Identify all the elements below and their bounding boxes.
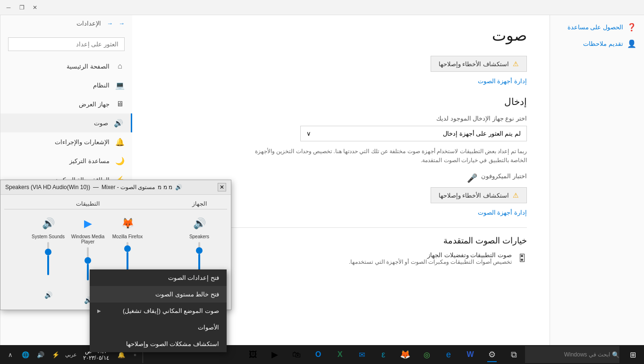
taskbar-excel[interactable]: X — [330, 346, 350, 363]
taskbar-edge-search[interactable]: e — [438, 346, 459, 363]
close-button[interactable]: ✕ — [30, 3, 40, 12]
minimize-button[interactable]: ─ — [4, 3, 13, 12]
context-item-troubleshoot-label: استكشاف مشكلات الصوت وإصلاحها — [126, 340, 219, 347]
get-help-link[interactable]: الحصول على مساعدة — [568, 24, 623, 31]
sidebar-item-sound[interactable]: 🔊 صوت — [0, 113, 132, 132]
wmp-slider-container — [87, 247, 89, 295]
mixer-speaker-icon: 🔊 — [175, 184, 182, 191]
choose-input-label: اختر نوع جهاز الإدخال الموجود لديك — [155, 115, 527, 122]
sidebar-item-sound-label: صوت — [94, 120, 108, 127]
wmp-slider-track — [87, 247, 89, 280]
display-icon: 🖥 — [115, 99, 125, 109]
mixer-close-button[interactable]: ✕ — [218, 183, 226, 191]
systemsounds-app-icon: 🔊 — [40, 215, 57, 232]
context-menu-item-sounds[interactable]: الأصوات — [90, 319, 227, 336]
page-title: صوت — [155, 26, 527, 44]
input-troubleshoot-button[interactable]: ⚠ استكشاف الأخطاء وإصلاحها — [431, 187, 527, 203]
back-arrow-icon: → — [119, 20, 125, 27]
context-menu-item-troubleshoot[interactable]: استكشاف مشكلات الصوت وإصلاحها — [90, 336, 227, 352]
output-troubleshoot-button[interactable]: ⚠ استكشاف الأخطاء وإصلاحها — [431, 56, 527, 72]
taskbar-firefox[interactable]: 🦊 — [395, 346, 415, 363]
tray-volume[interactable]: 🔊 — [34, 346, 47, 363]
mixer-device-title: الجهاز — [171, 199, 227, 209]
sidebar-item-home-label: الصفحة الرئيسية — [67, 63, 110, 70]
taskbar-media[interactable]: ▶ — [264, 346, 285, 363]
home-icon: ⌂ — [115, 61, 125, 71]
settings-icon: ⚙ — [488, 349, 496, 360]
taskbar-settings[interactable]: ⚙ — [482, 346, 502, 363]
taskbar-word[interactable]: W — [460, 346, 481, 363]
systemsounds-volume-icon: 🔊 — [44, 291, 52, 299]
test-mic-label: اختبار الميكروفون — [481, 173, 527, 180]
mixer-title-bar: ✕ 🔊 מ מ מ مستوى الصوت - Mixer — Speakers… — [0, 180, 231, 195]
input-device-dropdown[interactable]: لم يتم العثور على أجهزة إدخال ∨ — [300, 126, 527, 141]
speakers-app-icon: 🔊 — [191, 215, 208, 232]
taskbar-edge[interactable]: ε — [373, 346, 394, 363]
maximize-button[interactable]: ❐ — [17, 3, 26, 12]
firefox-app-icon: 🦊 — [119, 215, 136, 232]
input-section-title: إدخال — [155, 96, 527, 107]
feedback-link[interactable]: تقديم ملاحظات — [583, 40, 623, 47]
output-manage-link[interactable]: إدارة أجهزة الصوت — [155, 78, 527, 85]
context-menu-item-spatial[interactable]: صوت الموضع المكاني (إيقاف تشغيل) ▶ — [90, 303, 227, 319]
context-menu-item-open-mixer[interactable]: فتح خالط مستوى الصوت — [90, 286, 227, 303]
systemsounds-slider-container — [47, 242, 49, 289]
taskbar-photos[interactable]: 🖼 — [243, 346, 263, 363]
feedback-item[interactable]: 👤 تقديم ملاحظات — [558, 39, 636, 48]
start-button[interactable]: ⊞ — [621, 345, 644, 364]
mixer-device-label: Speakers (VIA HD Audio(Win 10)) — [5, 184, 90, 191]
notifications-icon: 🔔 — [115, 137, 125, 147]
taskbar-store[interactable]: 🛍 — [286, 346, 307, 363]
tray-keyboard[interactable]: عربي — [64, 346, 77, 363]
taskbar-outlook[interactable]: O — [308, 346, 329, 363]
edge-search-icon: e — [446, 350, 451, 360]
wmp-app-label: Windows MediaPlayer — [71, 234, 105, 244]
tray-network[interactable]: 🌐 — [19, 346, 32, 363]
submenu-arrow-icon: ▶ — [97, 308, 101, 313]
systemsounds-slider-thumb — [45, 249, 51, 255]
context-item-open-mixer-label: فتح خالط مستوى الصوت — [155, 291, 219, 298]
sidebar-item-display[interactable]: 🖥 جهاز العرض — [0, 95, 132, 113]
wmp-app-icon: ▶ — [79, 215, 96, 232]
media-icon: ▶ — [271, 349, 278, 360]
input-info-text: ربما تم إعداد بعض التطبيقات لاستخدام أجه… — [244, 147, 527, 165]
systemsounds-slider-fill — [47, 255, 49, 275]
systemsounds-app-label: System Sounds — [32, 234, 65, 239]
firefox-app-label: Mozilla Firefox — [112, 234, 143, 239]
tray-expand[interactable]: ∧ — [4, 346, 17, 363]
system-icon: 💻 — [115, 80, 125, 90]
word-icon: W — [466, 350, 474, 359]
settings-back-label: الإعدادات — [76, 20, 101, 27]
context-item-spatial-label: صوت الموضع المكاني (إيقاف تشغيل) — [123, 307, 219, 314]
taskbar-taskview[interactable]: ⧉ — [503, 346, 524, 363]
chrome-icon: ◎ — [424, 350, 430, 359]
outlook-icon: O — [315, 350, 321, 359]
taskbar-chrome[interactable]: ◎ — [416, 346, 437, 363]
sidebar-item-system[interactable]: 💻 النظام — [0, 76, 132, 95]
warning-icon-input: ⚠ — [513, 191, 519, 199]
firefox-slider-thumb — [124, 245, 131, 252]
sidebar-item-notifications-label: الإشعارات والإجراءات — [55, 139, 110, 146]
mixer-title-main: مستوى الصوت - Mixer — [102, 184, 155, 191]
speakers-app-label: Speakers — [189, 234, 209, 239]
sidebar-item-focus[interactable]: 🌙 مساعدة التركيز — [0, 151, 132, 170]
focus-icon: 🌙 — [115, 156, 125, 165]
taskbar-search[interactable]: 🔍 ابحث في Windows — [525, 346, 619, 363]
taskview-icon: ⧉ — [511, 350, 517, 360]
taskbar-mail[interactable]: ✉ — [351, 346, 372, 363]
sidebar-item-notifications[interactable]: 🔔 الإشعارات والإجراءات — [0, 132, 132, 151]
feedback-icon: 👤 — [627, 39, 636, 48]
sidebar-search-input[interactable] — [8, 37, 125, 51]
mixer-systemsounds-item: 🔊 System Sounds 🔊 — [29, 213, 67, 306]
tray-battery[interactable]: ⚡ — [49, 346, 62, 363]
excel-icon: X — [338, 350, 343, 359]
sidebar-back-item[interactable]: → → الإعدادات — [0, 15, 132, 32]
title-bar-controls: ✕ ❐ ─ — [4, 3, 40, 12]
sidebar-item-home[interactable]: ⌂ الصفحة الرئيسية — [0, 57, 132, 76]
sidebar-item-display-label: جهاز العرض — [79, 101, 110, 108]
context-menu-item-open-sound[interactable]: فتح إعدادات الصوت — [90, 269, 227, 286]
edge-icon: ε — [381, 350, 385, 360]
tray-date: ٢٠٢٣/٠٥/١٤ — [83, 355, 109, 361]
get-help-item[interactable]: ❓ الحصول على مساعدة — [558, 23, 636, 32]
wmp-slider-fill — [87, 264, 89, 280]
